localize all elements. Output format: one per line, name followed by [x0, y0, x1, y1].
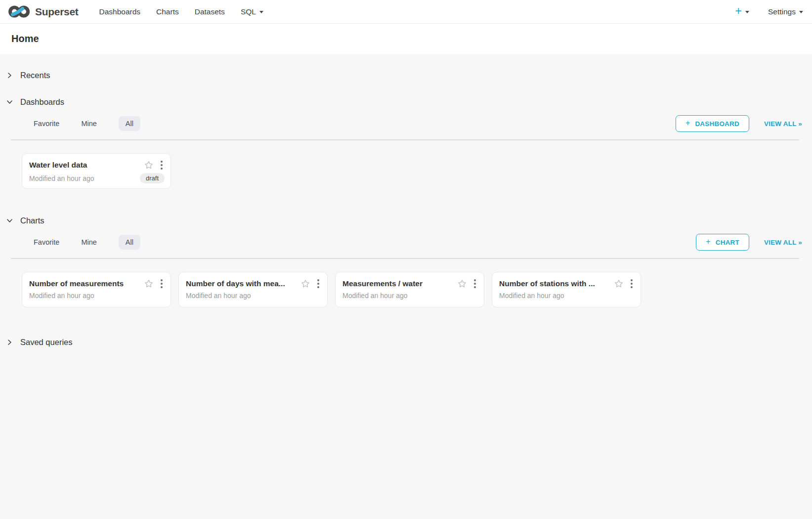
- favorite-star-icon[interactable]: [457, 278, 468, 289]
- caret-down-icon: [259, 11, 263, 13]
- caret-down-icon: [745, 11, 749, 13]
- superset-logo[interactable]: Superset: [8, 5, 78, 18]
- nav-item-label: SQL: [241, 7, 256, 16]
- dashboards-controls: Favorite Mine All + DASHBOARD VIEW ALL »: [0, 116, 812, 131]
- charts-tabs: Favorite Mine All: [34, 235, 140, 250]
- nav-item-datasets[interactable]: Datasets: [187, 0, 233, 24]
- tab-all[interactable]: All: [119, 116, 140, 131]
- section-charts-toggle[interactable]: Charts: [0, 213, 812, 228]
- tab-mine[interactable]: Mine: [81, 235, 96, 250]
- card-header: Number of stations with ...: [499, 278, 635, 289]
- new-chart-button[interactable]: + CHART: [696, 234, 749, 251]
- charts-controls: Favorite Mine All + CHART VIEW ALL »: [0, 234, 812, 250]
- kebab-menu-icon[interactable]: [159, 160, 165, 171]
- section-title-dashboards: Dashboards: [20, 97, 64, 107]
- brand-name: Superset: [35, 6, 78, 18]
- plus-icon: +: [685, 119, 690, 127]
- card-header: Measurements / water: [342, 278, 478, 289]
- card-modified: Modified an hour ago: [186, 292, 251, 300]
- chart-card[interactable]: Number of measurements Modified an hour …: [22, 272, 171, 307]
- settings-menu[interactable]: Settings: [768, 7, 803, 16]
- card-footer: Modified an hour ago draft: [29, 173, 165, 183]
- new-dashboard-label: DASHBOARD: [695, 120, 739, 128]
- section-saved-queries-toggle[interactable]: Saved queries: [0, 334, 812, 350]
- card-modified: Modified an hour ago: [499, 292, 564, 300]
- new-dashboard-button[interactable]: + DASHBOARD: [676, 115, 749, 132]
- nav-item-label: Datasets: [195, 7, 225, 16]
- plus-icon: +: [735, 5, 742, 17]
- card-title: Number of measurements: [29, 279, 140, 288]
- section-title-saved-queries: Saved queries: [20, 338, 73, 347]
- card-header: Water level data: [29, 160, 165, 171]
- divider: [11, 139, 799, 140]
- kebab-menu-icon[interactable]: [315, 278, 321, 289]
- kebab-menu-icon[interactable]: [159, 278, 165, 289]
- nav-item-dashboards[interactable]: Dashboards: [91, 0, 148, 24]
- chevron-right-icon: [6, 72, 13, 79]
- tab-mine[interactable]: Mine: [81, 116, 96, 131]
- kebab-menu-icon[interactable]: [629, 278, 635, 289]
- nav-item-label: Charts: [156, 7, 179, 16]
- dashboards-cards-row: Water level data Modified an hour ago dr…: [0, 153, 812, 189]
- kebab-menu-icon[interactable]: [472, 278, 478, 289]
- dashboards-actions: + DASHBOARD VIEW ALL »: [676, 115, 802, 132]
- page-title: Home: [11, 33, 812, 44]
- card-footer: Modified an hour ago: [499, 292, 635, 300]
- card-title: Number of stations with ...: [499, 279, 610, 288]
- section-title-recents: Recents: [20, 71, 50, 80]
- card-title: Water level data: [29, 161, 140, 170]
- section-dashboards-toggle[interactable]: Dashboards: [0, 94, 812, 110]
- favorite-star-icon[interactable]: [143, 160, 154, 171]
- chevron-down-icon: [6, 98, 13, 106]
- new-item-menu[interactable]: +: [735, 6, 749, 17]
- nav-item-sql[interactable]: SQL: [233, 0, 271, 24]
- tab-favorite[interactable]: Favorite: [34, 116, 59, 131]
- superset-infinity-icon: [8, 5, 31, 18]
- settings-label: Settings: [768, 7, 796, 16]
- caret-down-icon: [799, 11, 803, 13]
- chart-card[interactable]: Measurements / water Modified an hour ag…: [335, 272, 484, 307]
- favorite-star-icon[interactable]: [613, 278, 624, 289]
- section-recents-toggle[interactable]: Recents: [0, 67, 812, 83]
- chevron-right-icon: [6, 339, 13, 346]
- card-header: Number of days with mea...: [186, 278, 321, 289]
- status-badge: draft: [140, 173, 165, 183]
- chevron-down-icon: [6, 217, 13, 224]
- favorite-star-icon[interactable]: [300, 278, 311, 289]
- nav-item-charts[interactable]: Charts: [148, 0, 187, 24]
- charts-view-all-link[interactable]: VIEW ALL »: [764, 239, 802, 246]
- section-title-charts: Charts: [20, 216, 44, 225]
- charts-actions: + CHART VIEW ALL »: [696, 234, 802, 251]
- nav-item-label: Dashboards: [99, 7, 140, 16]
- card-modified: Modified an hour ago: [29, 174, 94, 182]
- title-band: Home: [0, 24, 812, 54]
- new-chart-label: CHART: [716, 239, 739, 246]
- tab-favorite[interactable]: Favorite: [34, 235, 59, 250]
- card-footer: Modified an hour ago: [186, 292, 321, 300]
- card-footer: Modified an hour ago: [29, 292, 165, 300]
- card-footer: Modified an hour ago: [342, 292, 478, 300]
- card-title: Measurements / water: [342, 279, 454, 288]
- chart-card[interactable]: Number of stations with ... Modified an …: [492, 272, 641, 307]
- plus-icon: +: [706, 238, 711, 246]
- favorite-star-icon[interactable]: [143, 278, 154, 289]
- tab-all[interactable]: All: [119, 235, 140, 250]
- dashboard-card-water-level-data[interactable]: Water level data Modified an hour ago dr…: [22, 153, 171, 189]
- divider: [11, 258, 799, 259]
- home-content: Recents Dashboards Favorite Mine All + D…: [0, 54, 812, 350]
- dashboards-view-all-link[interactable]: VIEW ALL »: [764, 120, 802, 128]
- charts-cards-row: Number of measurements Modified an hour …: [0, 272, 812, 307]
- card-header: Number of measurements: [29, 278, 165, 289]
- card-modified: Modified an hour ago: [29, 292, 94, 300]
- card-modified: Modified an hour ago: [342, 292, 408, 300]
- chart-card[interactable]: Number of days with mea... Modified an h…: [178, 272, 328, 307]
- main-nav: Dashboards Charts Datasets SQL: [91, 0, 271, 24]
- card-title: Number of days with mea...: [186, 279, 297, 288]
- dashboards-tabs: Favorite Mine All: [34, 116, 140, 131]
- top-navbar: Superset Dashboards Charts Datasets SQL …: [0, 0, 812, 24]
